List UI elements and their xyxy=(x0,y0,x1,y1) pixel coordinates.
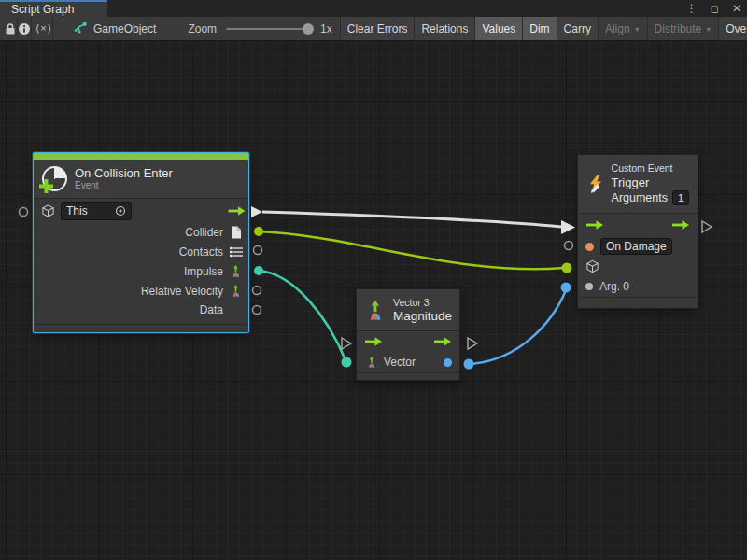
flow-output-port[interactable] xyxy=(702,221,712,232)
graph-toolbar: ⟨×⟩ GameObject Zoom 1x Clear Errors Rel xyxy=(0,17,747,41)
distribute-button[interactable]: Distribute ▼ xyxy=(648,17,720,40)
port-label: Data xyxy=(200,303,223,316)
node-footer xyxy=(357,372,459,380)
flow-input-port[interactable] xyxy=(561,220,575,234)
collider-output-port[interactable] xyxy=(254,227,263,236)
chevron-down-icon: ▼ xyxy=(705,26,712,33)
collider-wire xyxy=(259,231,564,269)
list-icon xyxy=(229,245,243,259)
align-label: Align xyxy=(605,22,630,35)
graph-icon xyxy=(74,21,88,35)
flow-input-arrow-icon[interactable] xyxy=(364,336,383,347)
impulse-output-port[interactable] xyxy=(254,266,263,275)
info-button[interactable] xyxy=(18,17,32,40)
string-port-dot[interactable] xyxy=(585,243,594,251)
port-label: Collider xyxy=(185,226,223,239)
node-vector3-magnitude[interactable]: Vector 3 Magnitude xyxy=(356,288,460,381)
overview-button[interactable]: Overview xyxy=(719,17,747,40)
contacts-output-port[interactable] xyxy=(254,246,262,255)
flow-output-port[interactable] xyxy=(251,206,262,217)
window-menu-icon[interactable]: ⋮ xyxy=(686,0,698,17)
overview-label: Overview xyxy=(726,22,747,35)
custom-event-icon xyxy=(586,171,605,197)
flow-input-port[interactable] xyxy=(342,338,351,349)
target-value: This xyxy=(66,204,88,217)
node-header[interactable]: Vector 3 Magnitude xyxy=(357,289,459,331)
node-title: Trigger xyxy=(612,175,689,189)
event-name-value: On Damage xyxy=(606,240,667,253)
relative-velocity-output-port[interactable] xyxy=(253,287,261,295)
event-name-input-port[interactable] xyxy=(565,242,573,250)
chevron-down-icon: ▼ xyxy=(634,26,641,33)
arg0-input-port[interactable] xyxy=(561,283,571,293)
maximize-icon[interactable]: ◻ xyxy=(711,0,719,17)
event-name-field[interactable]: On Damage xyxy=(600,238,672,255)
flow-output-port[interactable] xyxy=(468,338,477,349)
close-icon[interactable]: ✕ xyxy=(732,0,741,17)
zoom-slider-handle[interactable] xyxy=(303,23,314,35)
relations-button[interactable]: Relations xyxy=(415,17,475,40)
tab-script-graph[interactable]: Script Graph xyxy=(0,0,107,17)
graph-target-label: GameObject xyxy=(93,22,156,35)
input-port-row-arg0[interactable]: Arg. 0 xyxy=(578,276,698,297)
arguments-count-field[interactable]: 1 xyxy=(672,190,689,205)
zoom-slider-track[interactable] xyxy=(226,28,312,30)
align-button[interactable]: Align ▼ xyxy=(599,17,648,40)
node-title: On Collision Enter xyxy=(75,166,173,180)
vector-input-port[interactable] xyxy=(342,357,352,368)
script-graph-window: Script Graph ⋮ ◻ ✕ ⟨×⟩ xyxy=(0,0,747,560)
output-port-row-relative-velocity[interactable]: Relative Velocity xyxy=(34,281,248,301)
data-output-port[interactable] xyxy=(253,306,261,315)
output-port-row-collider[interactable]: Collider xyxy=(34,223,248,242)
port-label: Impulse xyxy=(184,265,223,278)
values-button[interactable]: Values xyxy=(475,17,523,40)
gameobject-cube-icon xyxy=(585,259,599,273)
code-view-button[interactable]: ⟨×⟩ xyxy=(35,17,53,40)
node-header[interactable]: Custom Event Trigger Arguments 1 xyxy=(578,155,698,214)
flow-row xyxy=(357,331,459,352)
float-output-port[interactable] xyxy=(444,358,452,367)
zoom-control: Zoom 1x xyxy=(188,17,331,40)
lock-button[interactable] xyxy=(4,17,18,40)
argument-port-dot[interactable] xyxy=(585,283,593,290)
port-label: Vector xyxy=(384,356,416,369)
output-port-row-contacts[interactable]: Contacts xyxy=(34,242,248,261)
target-value-field[interactable]: This xyxy=(61,202,132,220)
lock-icon xyxy=(4,22,17,35)
carry-button[interactable]: Carry xyxy=(557,17,599,40)
node-footer xyxy=(578,297,698,308)
vector3-icon xyxy=(229,284,243,298)
port-label: Contacts xyxy=(179,245,223,259)
input-port-row-event-name[interactable]: On Damage xyxy=(578,236,698,257)
graph-target[interactable]: GameObject xyxy=(74,17,156,40)
dim-button[interactable]: Dim xyxy=(523,17,557,40)
node-header[interactable]: On Collision Enter Event xyxy=(34,160,248,199)
target-input-port[interactable] xyxy=(562,263,572,273)
node-trigger-custom-event[interactable]: Custom Event Trigger Arguments 1 xyxy=(577,154,698,309)
object-picker-icon[interactable] xyxy=(115,205,126,217)
toolbar-buttons: Clear Errors Relations Values Dim Carry … xyxy=(340,17,747,40)
on-collision-enter-icon xyxy=(42,166,67,191)
port-label: Arg. 0 xyxy=(599,280,629,293)
distribute-label: Distribute xyxy=(655,22,702,35)
graph-canvas[interactable]: On Collision Enter Event This xyxy=(0,41,747,560)
node-subtitle: Event xyxy=(75,180,173,191)
arguments-label: Arguments xyxy=(612,191,668,204)
input-port-row-target[interactable] xyxy=(578,257,698,276)
flow-output-arrow-icon[interactable] xyxy=(433,336,452,347)
input-port-row-vector[interactable]: Vector xyxy=(357,352,459,372)
clear-errors-button[interactable]: Clear Errors xyxy=(341,17,416,40)
output-port-row-data[interactable]: Data xyxy=(34,301,248,319)
node-on-collision-enter[interactable]: On Collision Enter Event This xyxy=(33,152,249,333)
node-category: Vector 3 xyxy=(393,297,452,309)
flow-input-arrow-icon[interactable] xyxy=(585,219,604,231)
flow-output-arrow-icon[interactable] xyxy=(227,205,247,217)
gameobject-cube-icon xyxy=(41,204,55,218)
target-input-port[interactable] xyxy=(20,208,28,217)
output-port-row-impulse[interactable]: Impulse xyxy=(34,261,248,281)
flow-output-arrow-icon[interactable] xyxy=(671,219,690,231)
arguments-count: 1 xyxy=(678,192,684,203)
dim-label: Dim xyxy=(529,22,549,35)
float-output-port[interactable] xyxy=(464,359,474,370)
code-view-label: ⟨×⟩ xyxy=(35,22,52,35)
